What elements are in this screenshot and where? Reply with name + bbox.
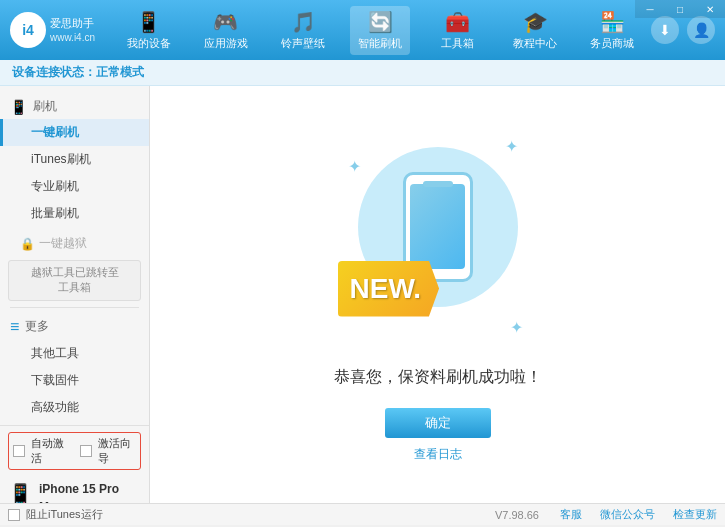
sidebar-divider — [10, 307, 139, 308]
device-panel: 自动激活 激活向导 📱 iPhone 15 Pro Max 512GB iPho… — [0, 425, 149, 503]
flash-section-icon: 📱 — [10, 99, 27, 115]
device-details: iPhone 15 Pro Max 512GB iPhone — [39, 480, 141, 503]
sidebar-header-more[interactable]: ≡ 更多 — [0, 314, 149, 340]
sidebar-item-advanced[interactable]: 高级功能 — [0, 394, 149, 421]
window-controls: ─ □ ✕ — [635, 0, 725, 18]
jailbreak-notice: 越狱工具已跳转至工具箱 — [8, 260, 141, 301]
sidebar-section-jailbreak: 🔒 一键越狱 越狱工具已跳转至工具箱 — [0, 231, 149, 301]
success-illustration: ✦ ✦ ✦ NEW. — [338, 127, 538, 347]
new-banner: NEW. — [338, 261, 440, 317]
auto-activate-label: 自动激活 — [31, 436, 70, 466]
nav-device-icon: 📱 — [136, 10, 161, 34]
sidebar-header-flash[interactable]: 📱 刷机 — [0, 94, 149, 119]
nav-toolbox[interactable]: 🧰 工具箱 — [428, 6, 488, 55]
nav-ringtones[interactable]: 🎵 铃声壁纸 — [273, 6, 333, 55]
sidebar-item-batch-flash[interactable]: 批量刷机 — [0, 200, 149, 227]
main-layout: 📱 刷机 一键刷机 iTunes刷机 专业刷机 批量刷机 🔒 一键越狱 — [0, 86, 725, 503]
auto-activate-checkbox[interactable] — [13, 445, 25, 457]
guide-label: 激活向导 — [98, 436, 137, 466]
nav-apps-games[interactable]: 🎮 应用游戏 — [196, 6, 256, 55]
status-bar: 设备连接状态：正常模式 — [0, 60, 725, 86]
nav-smart-flash[interactable]: 🔄 智能刷机 — [350, 6, 410, 55]
device-info: 📱 iPhone 15 Pro Max 512GB iPhone — [8, 476, 141, 503]
content-area: ✦ ✦ ✦ NEW. 恭喜您，保资料刷机成功啦！ 确定 查看日志 — [150, 86, 725, 503]
sparkle-1-icon: ✦ — [505, 137, 518, 156]
maximize-button[interactable]: □ — [665, 0, 695, 18]
minimize-button[interactable]: ─ — [635, 0, 665, 18]
guide-checkbox[interactable] — [80, 445, 92, 457]
footer-link-service[interactable]: 客服 — [560, 507, 582, 522]
sidebar: 📱 刷机 一键刷机 iTunes刷机 专业刷机 批量刷机 🔒 一键越狱 — [0, 86, 150, 503]
user-button[interactable]: 👤 — [687, 16, 715, 44]
nav-business[interactable]: 🏪 务员商城 — [582, 6, 642, 55]
success-message: 恭喜您，保资料刷机成功啦！ — [334, 367, 542, 388]
more-section-icon: ≡ — [10, 318, 19, 336]
sidebar-section-more: ≡ 更多 其他工具 下载固件 高级功能 — [0, 314, 149, 421]
close-button[interactable]: ✕ — [695, 0, 725, 18]
nav-ringtone-icon: 🎵 — [291, 10, 316, 34]
itunes-checkbox[interactable] — [8, 509, 20, 521]
nav-toolbox-icon: 🧰 — [445, 10, 470, 34]
footer-link-wechat[interactable]: 微信公众号 — [600, 507, 655, 522]
sidebar-item-itunes-flash[interactable]: iTunes刷机 — [0, 146, 149, 173]
nav-tutorial[interactable]: 🎓 教程中心 — [505, 6, 565, 55]
sidebar-header-jailbreak: 🔒 一键越狱 — [0, 231, 149, 256]
new-label: NEW. — [350, 273, 422, 304]
confirm-button[interactable]: 确定 — [385, 408, 491, 438]
sidebar-item-other-tools[interactable]: 其他工具 — [0, 340, 149, 367]
version-label: V7.98.66 — [495, 509, 539, 521]
sparkle-3-icon: ✦ — [510, 318, 523, 337]
lock-icon: 🔒 — [20, 237, 35, 251]
itunes-label: 阻止iTunes运行 — [26, 507, 103, 522]
topbar: i4 爱思助手 www.i4.cn 📱 我的设备 🎮 应用游戏 🎵 铃声壁纸 🔄… — [0, 0, 725, 60]
device-phone-icon: 📱 — [8, 482, 33, 503]
top-right-buttons: ⬇ 👤 — [651, 16, 715, 44]
sidebar-section-flash: 📱 刷机 一键刷机 iTunes刷机 专业刷机 批量刷机 — [0, 94, 149, 227]
logo-text: 爱思助手 www.i4.cn — [50, 16, 95, 43]
phone-screen — [410, 184, 465, 269]
device-name: iPhone 15 Pro Max — [39, 480, 141, 503]
nav-business-icon: 🏪 — [600, 10, 625, 34]
itunes-bar: 阻止iTunes运行 V7.98.66 客服 微信公众号 检查更新 — [0, 503, 725, 525]
download-button[interactable]: ⬇ — [651, 16, 679, 44]
main-nav: 📱 我的设备 🎮 应用游戏 🎵 铃声壁纸 🔄 智能刷机 🧰 工具箱 🎓 教程中心… — [110, 6, 651, 55]
phone-notch — [423, 181, 453, 187]
sidebar-item-one-key-flash[interactable]: 一键刷机 — [0, 119, 149, 146]
footer-link-update[interactable]: 检查更新 — [673, 507, 717, 522]
view-log-link[interactable]: 查看日志 — [414, 446, 462, 463]
sidebar-item-pro-flash[interactable]: 专业刷机 — [0, 173, 149, 200]
nav-apps-icon: 🎮 — [213, 10, 238, 34]
nav-tutorial-icon: 🎓 — [523, 10, 548, 34]
logo-area: i4 爱思助手 www.i4.cn — [10, 12, 110, 48]
nav-flash-icon: 🔄 — [368, 10, 393, 34]
sidebar-item-download-firmware[interactable]: 下载固件 — [0, 367, 149, 394]
nav-my-device[interactable]: 📱 我的设备 — [119, 6, 179, 55]
auto-activate-row: 自动激活 激活向导 — [8, 432, 141, 470]
logo-icon: i4 — [10, 12, 46, 48]
sparkle-2-icon: ✦ — [348, 157, 361, 176]
